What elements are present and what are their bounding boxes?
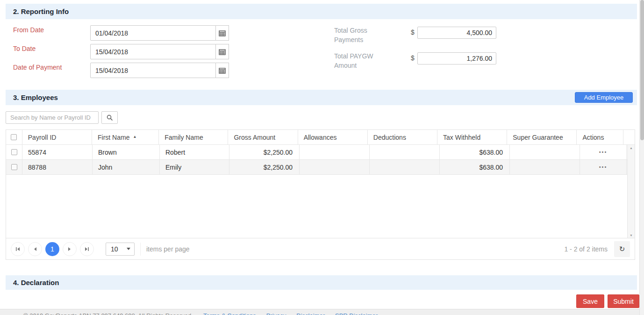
to-date-calendar-button[interactable] xyxy=(216,44,229,59)
row-checkbox-cell xyxy=(6,145,22,159)
calendar-icon xyxy=(219,49,226,55)
pager: 1 10 items per page 1 - 2 of 2 items ↻ xyxy=(6,238,635,259)
total-gross-currency: $ xyxy=(411,29,415,36)
cell-tax_withheld: $638.00 xyxy=(440,145,510,159)
cell-deductions xyxy=(370,145,440,159)
cell-deductions xyxy=(370,160,440,174)
cell-gross_amount: $2,250.00 xyxy=(229,145,300,159)
footer-link[interactable]: SBR Disclaimer xyxy=(335,312,378,315)
column-header-payroll_id[interactable]: Payroll ID xyxy=(22,130,92,144)
footer-link[interactable]: Privacy xyxy=(266,312,286,315)
column-header-allowances[interactable]: Allowances xyxy=(298,130,368,144)
total-gross-payments-label: Total Gross Payments xyxy=(334,26,390,44)
select-all-checkbox[interactable] xyxy=(11,134,17,140)
grid-body: 55874BrownRobert$2,250.00$638.00•••88788… xyxy=(6,145,635,238)
column-header-label: Super Guarantee xyxy=(513,134,563,141)
column-header-label: Gross Amount xyxy=(234,134,275,141)
column-header-label: First Name xyxy=(98,134,129,141)
from-date-group xyxy=(90,25,229,41)
total-paygw-amount-label: Total PAYGW Amount xyxy=(334,51,390,70)
browser-scrollbar[interactable] xyxy=(639,0,644,315)
column-header-label: Payroll ID xyxy=(28,134,57,141)
table-row[interactable]: 55874BrownRobert$2,250.00$638.00••• xyxy=(6,145,635,160)
cell-first_name: Brown xyxy=(93,145,160,159)
cell-allowances xyxy=(300,145,370,159)
section-header-employees: 3. Employees Add Employee xyxy=(6,90,637,105)
pager-page-1[interactable]: 1 xyxy=(45,242,59,256)
pager-first-button[interactable] xyxy=(11,242,25,256)
header-filler-cell xyxy=(623,130,635,144)
scrollbar-thumb[interactable] xyxy=(640,0,644,140)
from-date-calendar-button[interactable] xyxy=(216,25,229,41)
section-title: 3. Employees xyxy=(13,93,58,101)
column-header-label: Actions xyxy=(582,134,604,141)
table-row[interactable]: 88788JohnEmily$2,250.00$638.00••• xyxy=(6,160,635,175)
search-input[interactable] xyxy=(6,111,99,124)
column-header-label: Allowances xyxy=(304,134,337,141)
page: 2. Reporting Info From Date To Date Date… xyxy=(0,0,644,315)
submit-button[interactable]: Submit xyxy=(608,294,639,308)
employees-grid: Payroll IDFirst Name▲Family NameGross Am… xyxy=(6,129,635,260)
last-page-icon xyxy=(85,247,89,251)
chevron-down-icon xyxy=(127,248,130,250)
first-page-icon xyxy=(15,247,20,251)
row-actions-button[interactable]: ••• xyxy=(599,165,608,170)
column-header-first_name[interactable]: First Name▲ xyxy=(92,130,159,144)
search-button[interactable] xyxy=(101,111,118,124)
save-button[interactable]: Save xyxy=(576,294,604,308)
cell-tax_withheld: $638.00 xyxy=(440,160,510,174)
date-of-payment-input[interactable] xyxy=(90,63,216,78)
column-header-label: Deductions xyxy=(373,134,406,141)
column-header-super_guarantee[interactable]: Super Guarantee xyxy=(507,130,577,144)
footer-links: Terms & ConditionsPrivacyDisclaimerSBR D… xyxy=(193,312,378,315)
total-paygw-currency: $ xyxy=(411,54,415,62)
cell-super_guarantee xyxy=(510,145,580,159)
pager-range-label: 1 - 2 of 2 items xyxy=(564,245,608,253)
total-gross-payments-input[interactable] xyxy=(417,27,496,39)
row-actions-button[interactable]: ••• xyxy=(599,150,608,155)
calendar-icon xyxy=(219,67,226,74)
date-of-payment-calendar-button[interactable] xyxy=(216,63,229,78)
column-header-deductions[interactable]: Deductions xyxy=(368,130,437,144)
copyright-text: © 2019 GovReports ABN 77 097 649 698. Al… xyxy=(23,312,193,315)
scroll-down-icon[interactable]: ▼ xyxy=(630,234,633,237)
cell-super_guarantee xyxy=(510,160,580,174)
to-date-label: To Date xyxy=(13,45,36,52)
section-title: 2. Reporting Info xyxy=(13,7,69,15)
to-date-input[interactable] xyxy=(90,44,216,59)
pager-prev-button[interactable] xyxy=(28,242,42,256)
from-date-input[interactable] xyxy=(90,25,216,41)
page-size-dropdown[interactable]: 10 xyxy=(106,243,135,256)
pager-last-button[interactable] xyxy=(80,242,94,256)
cell-first_name: John xyxy=(93,160,160,174)
column-header-gross_amount[interactable]: Gross Amount xyxy=(228,130,298,144)
cell-actions: ••• xyxy=(580,145,627,159)
total-paygw-amount-input[interactable] xyxy=(417,52,496,64)
grid-scrollbar[interactable]: ▲ ▼ xyxy=(627,145,635,238)
column-header-tax_withheld[interactable]: Tax Withheld xyxy=(437,130,507,144)
scroll-up-icon[interactable]: ▲ xyxy=(630,146,633,150)
refresh-button[interactable]: ↻ xyxy=(614,241,630,257)
cell-family_name: Robert xyxy=(160,145,229,159)
search-icon xyxy=(107,115,113,121)
prev-page-icon xyxy=(33,247,37,251)
select-all-checkbox-cell xyxy=(6,130,22,144)
section-header-reporting-info: 2. Reporting Info xyxy=(6,4,637,19)
column-header-family_name[interactable]: Family Name xyxy=(159,130,228,144)
section-header-declaration: 4. Declaration xyxy=(6,275,637,290)
row-checkbox[interactable] xyxy=(11,149,17,155)
date-of-payment-group xyxy=(90,63,229,78)
cell-family_name: Emily xyxy=(160,160,229,174)
date-of-payment-label: Date of Payment xyxy=(13,64,62,71)
column-header-label: Family Name xyxy=(165,134,203,141)
column-header-actions[interactable]: Actions xyxy=(577,130,623,144)
footer-link[interactable]: Disclaimer xyxy=(296,312,325,315)
cell-gross_amount: $2,250.00 xyxy=(229,160,300,174)
add-employee-button[interactable]: Add Employee xyxy=(575,92,633,103)
footer-link[interactable]: Terms & Conditions xyxy=(203,312,256,315)
footer: © 2019 GovReports ABN 77 097 649 698. Al… xyxy=(0,309,639,315)
pager-next-button[interactable] xyxy=(63,242,77,256)
cell-allowances xyxy=(300,160,370,174)
refresh-icon: ↻ xyxy=(619,245,625,253)
row-checkbox[interactable] xyxy=(11,164,17,170)
